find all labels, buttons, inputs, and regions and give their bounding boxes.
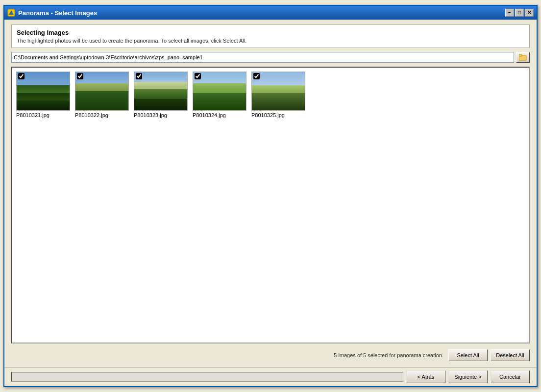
browse-button[interactable]: [516, 52, 530, 63]
select-all-button[interactable]: Select All: [448, 349, 488, 361]
thumbnail-container: [134, 72, 188, 111]
status-text: 5 images of 5 selected for panorama crea…: [334, 352, 443, 358]
cancel-button[interactable]: Cancelar: [491, 370, 530, 383]
image-checkbox[interactable]: [195, 73, 201, 79]
section-header: Selecting Images The highlighted photos …: [11, 24, 530, 48]
list-item[interactable]: P8010322.jpg: [75, 72, 129, 118]
close-button[interactable]: ✕: [525, 9, 534, 17]
minimize-button[interactable]: −: [505, 9, 514, 17]
list-item[interactable]: P8010321.jpg: [16, 72, 70, 118]
list-item[interactable]: P8010323.jpg: [134, 72, 188, 118]
back-button[interactable]: < Atrás: [406, 370, 445, 383]
svg-rect-3: [519, 54, 522, 56]
deselect-all-button[interactable]: Deselect All: [491, 349, 530, 361]
file-browser[interactable]: P8010321.jpgP8010322.jpgP8010323.jpgP801…: [11, 67, 530, 343]
image-filename: P8010325.jpg: [251, 112, 305, 118]
thumbnail-container: [16, 72, 70, 111]
content-area: Selecting Images The highlighted photos …: [4, 20, 537, 367]
thumbnail-container: [251, 72, 305, 111]
image-checkbox[interactable]: [253, 73, 260, 79]
list-item[interactable]: P8010325.jpg: [251, 72, 305, 118]
app-icon: [7, 9, 15, 17]
main-window: Panorama - Select Images − □ ✕ Selecting…: [3, 5, 538, 387]
thumbnail-container: [75, 72, 129, 111]
image-checkbox[interactable]: [136, 73, 142, 79]
thumbnail-image: [75, 72, 128, 110]
window-title: Panorama - Select Images: [18, 9, 502, 17]
image-filename: P8010322.jpg: [75, 112, 129, 118]
image-checkbox[interactable]: [77, 73, 83, 79]
status-bar: 5 images of 5 selected for panorama crea…: [11, 347, 530, 363]
path-input[interactable]: [11, 52, 514, 63]
list-item[interactable]: P8010324.jpg: [193, 72, 246, 118]
bottom-bar: < Atrás Siguiente > Cancelar: [4, 367, 537, 386]
next-button[interactable]: Siguiente >: [448, 370, 488, 383]
thumbnail-container: [193, 72, 246, 111]
thumbnail-image: [134, 72, 187, 110]
image-filename: P8010321.jpg: [16, 112, 70, 118]
image-filename: P8010324.jpg: [193, 112, 246, 118]
image-checkbox[interactable]: [18, 73, 25, 79]
path-row: [11, 52, 530, 63]
image-filename: P8010323.jpg: [134, 112, 188, 118]
progress-bar: [11, 372, 403, 382]
window-controls: − □ ✕: [505, 9, 534, 17]
thumbnail-image: [17, 72, 70, 110]
thumbnail-image: [252, 72, 305, 110]
maximize-button[interactable]: □: [515, 9, 524, 17]
title-bar: Panorama - Select Images − □ ✕: [4, 6, 537, 20]
section-title: Selecting Images: [17, 29, 524, 36]
thumbnail-image: [193, 72, 246, 110]
section-description: The highlighted photos will be used to c…: [17, 38, 524, 44]
